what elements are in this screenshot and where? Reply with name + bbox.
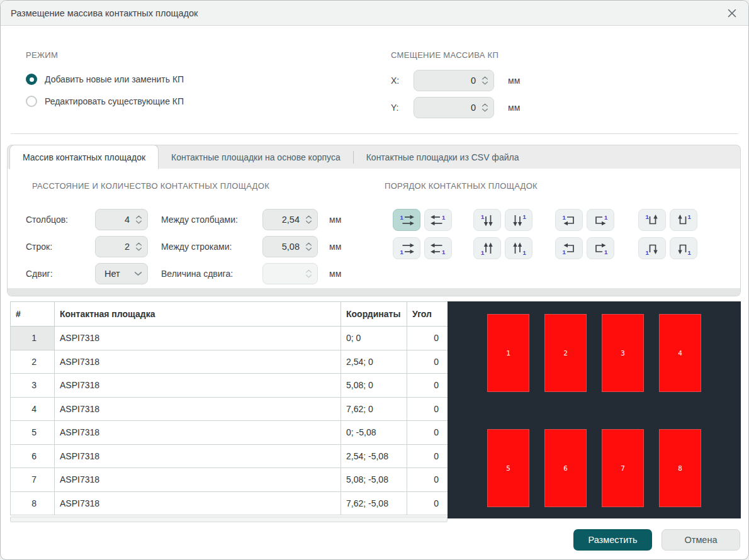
pad-array-preview: 12345678	[448, 301, 741, 518]
order-snake-rows-from-bottom-left-button[interactable]: 1	[555, 237, 583, 259]
distance-spinner[interactable]: 5,08	[262, 236, 318, 257]
shift-select[interactable]: Нет	[95, 263, 148, 284]
angle-cell: 0	[407, 444, 448, 468]
spin-up-icon[interactable]	[482, 103, 488, 107]
preview-pad-row: 5678	[487, 429, 701, 507]
mode-radio-selected[interactable]	[26, 74, 37, 85]
order-cols-up-from-bottom-right-icon: 1	[510, 242, 527, 255]
pad-name-cell: ASPI7318	[55, 444, 341, 468]
spinner-buttons[interactable]	[305, 215, 312, 224]
mode-radio[interactable]	[26, 96, 37, 107]
spin-value: 5,08	[269, 242, 305, 252]
preview-pad: 6	[544, 429, 587, 507]
order-snake-rows-from-top-right-button[interactable]: 1	[587, 209, 614, 231]
order-snake-rows-from-bottom-right-icon: 1	[592, 242, 609, 255]
order-snake-cols-from-bottom-right-button[interactable]: 1	[670, 237, 697, 259]
count-spinner[interactable]: 2	[95, 236, 148, 257]
row-number-cell: 3	[11, 374, 55, 398]
spin-down-icon[interactable]	[482, 81, 488, 85]
table-row[interactable]: 3ASPI73185,08; 00	[11, 374, 448, 398]
table-row[interactable]: 4ASPI73187,62; 00	[11, 397, 448, 421]
unit-label: мм	[329, 215, 341, 225]
mode-option-label: Редактировать существующие КП	[45, 96, 184, 106]
order-rows-left-from-top-right-button[interactable]: 1	[424, 209, 452, 231]
order-rows-right-from-top-left-icon: 1	[398, 213, 415, 227]
pad-name-cell: ASPI7318	[55, 327, 341, 350]
order-snake-rows-from-bottom-right-button[interactable]: 1	[587, 237, 614, 259]
pad-order-group: 1111	[393, 209, 452, 259]
spin-up-icon[interactable]	[135, 215, 142, 219]
order-snake-cols-from-top-left-icon: 1	[644, 213, 660, 227]
mode-option[interactable]: Редактировать существующие КП	[26, 94, 184, 108]
spin-up-icon[interactable]	[135, 242, 142, 246]
preview-pad: 2	[544, 314, 587, 392]
order-cols-up-from-bottom-right-button[interactable]: 1	[505, 237, 532, 259]
svg-text:1: 1	[481, 249, 485, 255]
order-cols-up-from-bottom-left-button[interactable]: 1	[473, 237, 501, 259]
tab-pad-array[interactable]: Массив контактных площадок	[9, 145, 159, 169]
coordinates-cell: 0; -5,08	[341, 421, 407, 445]
coordinates-cell: 2,54; 0	[341, 350, 407, 374]
table-row[interactable]: 5ASPI73180; -5,080	[11, 421, 448, 445]
dialog-titlebar: Размещение массива контактных площадок	[1, 1, 748, 26]
spinner-buttons[interactable]	[482, 103, 488, 112]
mode-option[interactable]: Добавить новые или заменить КП	[26, 72, 184, 86]
order-cols-down-from-top-left-button[interactable]: 1	[473, 209, 501, 231]
spacing-row: Сдвиг:НетВеличина сдвига:мм	[26, 263, 341, 284]
offset-input[interactable]: 0	[414, 97, 494, 118]
spin-up-icon[interactable]	[305, 242, 312, 246]
tab-pads-from-csv[interactable]: Контактные площадки из CSV файла	[354, 145, 532, 169]
table-row[interactable]: 8ASPI73187,62; -5,080	[11, 491, 448, 515]
count-spinner[interactable]: 4	[95, 209, 148, 230]
pad-table: #Контактная площадкаКоординатыУгол 1ASPI…	[10, 301, 448, 515]
tab-pads-from-package[interactable]: Контактные площадки на основе корпуса	[159, 145, 353, 169]
coordinates-cell: 5,08; 0	[341, 374, 407, 398]
order-snake-cols-from-top-right-button[interactable]: 1	[670, 209, 697, 231]
table-row[interactable]: 7ASPI73185,08; -5,080	[11, 468, 448, 492]
table-row[interactable]: 1ASPI73180; 00	[11, 327, 448, 350]
spacing-row: Столбцов:4Между столбцами:2,54мм	[26, 209, 341, 230]
spin-down-icon[interactable]	[482, 108, 488, 112]
spin-down-icon[interactable]	[305, 220, 312, 224]
unit-label: мм	[329, 242, 341, 252]
spinner-buttons[interactable]	[482, 76, 488, 85]
order-rows-left-from-bottom-right-icon: 1	[430, 242, 446, 255]
order-snake-rows-from-top-left-button[interactable]: 1	[555, 209, 583, 231]
pad-table-header-row: #Контактная площадкаКоординатыУгол	[11, 302, 448, 327]
spinner-buttons[interactable]	[135, 242, 142, 251]
preview-pad-number: 8	[678, 464, 682, 473]
mode-option-label: Добавить новые или заменить КП	[45, 74, 184, 84]
spin-down-icon[interactable]	[135, 247, 142, 251]
order-rows-left-from-bottom-right-button[interactable]: 1	[424, 237, 452, 259]
spinner-buttons[interactable]	[305, 242, 312, 251]
spinner-buttons[interactable]	[135, 215, 142, 224]
table-horizontal-scrollbar[interactable]	[10, 517, 448, 522]
cancel-button[interactable]: Отмена	[662, 529, 740, 551]
close-icon[interactable]	[724, 6, 740, 21]
offset-input[interactable]: 0	[414, 70, 494, 91]
spacing-label: Между строками:	[161, 242, 262, 252]
spin-down-icon[interactable]	[135, 220, 142, 224]
offset-fields: X:0ммY:0мм	[391, 70, 520, 118]
panel-horizontal-scrollbar[interactable]	[8, 288, 740, 296]
order-snake-rows-from-top-right-icon: 1	[592, 213, 609, 227]
spin-up-icon[interactable]	[482, 76, 488, 80]
chevron-down-icon[interactable]	[134, 271, 142, 276]
preview-pad: 1	[487, 314, 529, 392]
order-snake-cols-from-bottom-left-button[interactable]: 1	[638, 237, 666, 259]
table-row[interactable]: 6ASPI73182,54; -5,080	[11, 444, 448, 468]
spin-down-icon[interactable]	[305, 247, 312, 251]
svg-text:1: 1	[604, 213, 608, 220]
distance-spinner[interactable]: 2,54	[262, 209, 318, 230]
pad-name-cell: ASPI7318	[55, 468, 341, 492]
unit-label: мм	[329, 269, 341, 279]
angle-cell: 0	[407, 350, 448, 374]
table-row[interactable]: 2ASPI73182,54; 00	[11, 350, 448, 374]
order-rows-right-from-top-left-button[interactable]: 1	[393, 209, 420, 231]
order-snake-cols-from-top-left-button[interactable]: 1	[638, 209, 666, 231]
place-button[interactable]: Разместить	[573, 529, 652, 551]
svg-text:1: 1	[481, 213, 485, 220]
order-rows-right-from-bottom-left-button[interactable]: 1	[393, 237, 420, 259]
spin-up-icon[interactable]	[305, 215, 312, 219]
order-cols-down-from-top-right-button[interactable]: 1	[505, 209, 532, 231]
